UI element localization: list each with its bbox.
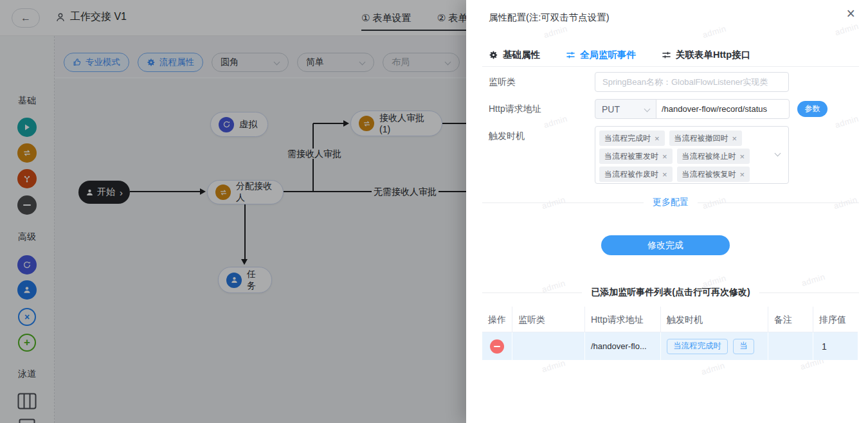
cell-remark [768, 332, 813, 360]
col-listener: 监听类 [512, 307, 585, 332]
panel-tabs: 基础属性 全局监听事件 关联表单Http接口 [489, 49, 750, 61]
cell-sort: 1 [813, 341, 827, 352]
watermark: admin [543, 24, 569, 40]
tab-http-label: 关联表单Http接口 [676, 49, 750, 61]
more-config-link[interactable]: 更多配置 [653, 197, 689, 208]
col-url: Http请求地址 [585, 307, 661, 332]
table-header: 操作 监听类 Http请求地址 触发时机 备注 排序值 [482, 307, 858, 332]
remove-tag-icon[interactable]: × [662, 170, 667, 179]
http-url-label: Http请求地址 [489, 99, 585, 119]
watermark: admin [834, 114, 860, 130]
trigger-tag: 当流程被撤回时× [669, 130, 743, 146]
remove-tag-icon[interactable]: × [662, 152, 667, 161]
http-method-value: PUT [602, 104, 620, 114]
remove-tag-icon[interactable]: × [655, 134, 660, 143]
http-url-input[interactable] [656, 99, 790, 119]
tab-basic-label: 基础属性 [503, 49, 540, 61]
trigger-tag: 当流程被重发时× [599, 148, 673, 164]
sliders-icon [662, 50, 671, 60]
table-row[interactable]: /handover-flo... 当流程完成时 当 1 [482, 332, 858, 360]
http-method-select[interactable]: PUT [595, 99, 656, 119]
col-trigger: 触发时机 [661, 307, 768, 332]
trigger-tag: 当流程完成时× [599, 130, 665, 146]
watermark: admin [701, 24, 728, 40]
minus-icon [494, 346, 500, 347]
sliders-icon [566, 50, 575, 60]
watermark: admin [834, 21, 860, 37]
listener-list-divider: 已添加监听事件列表(点击行可再次修改) [482, 287, 859, 298]
remove-tag-icon[interactable]: × [740, 170, 745, 179]
watermark: admin [800, 272, 827, 288]
tab-global-listener[interactable]: 全局监听事件 [566, 49, 636, 61]
listener-table: 操作 监听类 Http请求地址 触发时机 备注 排序值 /handover-fl… [482, 307, 858, 360]
trigger-timing-select[interactable]: 当流程完成时× 当流程被撤回时× 当流程被重发时× 当流程被终止时× 当流程被作… [595, 126, 789, 184]
listener-list-title: 已添加监听事件列表(点击行可再次修改) [591, 287, 750, 298]
submit-button[interactable]: 修改完成 [601, 235, 730, 255]
trigger-tag: 当流程被终止时× [677, 148, 750, 164]
chevron-down-icon [644, 106, 651, 113]
listener-class-label: 监听类 [489, 72, 585, 92]
delete-row-button[interactable] [490, 339, 504, 354]
trigger-tag: 当流程被恢复时× [677, 166, 750, 182]
remove-tag-icon[interactable]: × [732, 134, 737, 143]
tab-form-http[interactable]: 关联表单Http接口 [662, 49, 750, 61]
trigger-value-tag-clipped: 当 [733, 339, 754, 354]
cell-url: /handover-flo... [585, 341, 647, 351]
property-config-panel: admin admin admin admin admin admin admi… [466, 0, 868, 423]
tab-global-label: 全局监听事件 [580, 49, 636, 61]
watermark: admin [700, 361, 727, 377]
col-remark: 备注 [768, 307, 813, 332]
tab-basic-props[interactable]: 基础属性 [489, 49, 540, 61]
trigger-value-tag: 当流程完成时 [667, 339, 728, 354]
listener-class-input[interactable] [595, 72, 789, 92]
col-sort: 排序值 [813, 307, 858, 332]
more-config-divider: 更多配置 [482, 197, 859, 208]
params-button[interactable]: 参数 [797, 101, 827, 117]
panel-title: 属性配置(注:可双击节点设置) [489, 12, 610, 24]
trigger-timing-label: 触发时机 [489, 126, 585, 146]
gear-icon [489, 50, 498, 60]
trigger-tag: 当流程被作废时× [599, 166, 673, 182]
tabs-divider [482, 66, 859, 67]
cell-trigger: 当流程完成时 当 [661, 332, 768, 360]
close-icon[interactable]: × [847, 6, 855, 21]
col-action: 操作 [482, 307, 512, 332]
remove-tag-icon[interactable]: × [740, 152, 745, 161]
cell-listener [512, 332, 585, 360]
watermark: admin [541, 358, 567, 374]
screen: admin admin admin admin admin admin admi… [0, 0, 868, 423]
chevron-down-icon [775, 150, 781, 157]
